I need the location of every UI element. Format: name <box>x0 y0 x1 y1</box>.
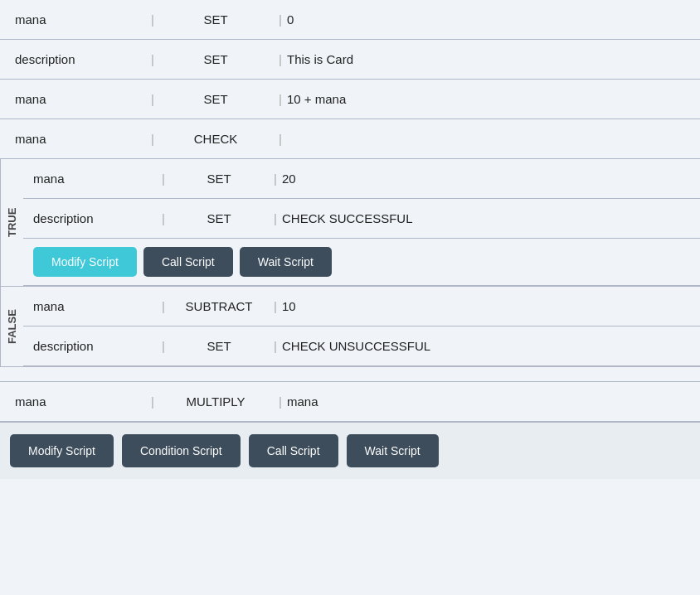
true-content: mana | SET | 20 description | SET | CHEC… <box>23 159 700 286</box>
check-header: mana | CHECK | <box>0 119 700 159</box>
op-multiply: MULTIPLY <box>158 394 274 409</box>
false-op-set: SET <box>169 339 269 353</box>
check-block: mana | CHECK | TRUE mana | SET | 20 desc… <box>0 119 700 367</box>
val-mana-multiply: mana <box>287 394 685 409</box>
call-script-button-bottom[interactable]: Call Script <box>249 434 338 467</box>
false-var-mana: mana <box>33 299 158 313</box>
bottom-buttons-bar: Modify Script Condition Script Call Scri… <box>0 422 700 479</box>
sep-f1b: | <box>269 299 282 313</box>
sep-f1a: | <box>158 299 169 313</box>
sep-2a: | <box>148 52 158 66</box>
sep-f2b: | <box>269 339 282 353</box>
false-val-check-unsuccessful: CHECK UNSUCCESSFUL <box>282 339 690 353</box>
row-mana-set-0: mana | SET | 0 <box>0 0 700 40</box>
sep-t1a: | <box>158 172 169 186</box>
false-branch: FALSE mana | SUBTRACT | 10 description |… <box>0 287 700 366</box>
var-mana-1: mana <box>15 12 148 27</box>
sep-f2a: | <box>158 339 169 353</box>
true-val-check-successful: CHECK SUCCESSFUL <box>282 211 690 225</box>
sep-1b: | <box>274 12 287 27</box>
true-row-description-set: description | SET | CHECK SUCCESSFUL <box>23 199 700 239</box>
main-container: mana | SET | 0 description | SET | This … <box>0 0 700 479</box>
false-val-10: 10 <box>282 299 690 313</box>
true-label: TRUE <box>0 159 23 286</box>
true-val-20: 20 <box>282 172 690 186</box>
sep-m-b: | <box>274 394 287 409</box>
sep-t1b: | <box>269 172 282 186</box>
true-op-set-2: SET <box>169 211 269 225</box>
modify-script-button-bottom[interactable]: Modify Script <box>10 434 114 467</box>
sep-3b: | <box>274 92 287 106</box>
wait-script-button-bottom[interactable]: Wait Script <box>347 434 439 467</box>
sep-t2b: | <box>269 211 282 225</box>
var-mana-2: mana <box>15 92 148 106</box>
false-op-subtract: SUBTRACT <box>169 299 269 313</box>
true-buttons: Modify Script Call Script Wait Script <box>23 239 700 286</box>
var-mana-check: mana <box>15 132 148 146</box>
false-row-mana-subtract: mana | SUBTRACT | 10 <box>23 287 700 327</box>
var-description-1: description <box>15 52 148 66</box>
sep-ch-b: | <box>274 132 287 146</box>
modify-script-button-true[interactable]: Modify Script <box>33 247 137 277</box>
sep-t2a: | <box>158 211 169 225</box>
sep-2b: | <box>274 52 287 66</box>
false-content: mana | SUBTRACT | 10 description | SET |… <box>23 287 700 366</box>
false-label: FALSE <box>0 287 23 366</box>
condition-script-button-bottom[interactable]: Condition Script <box>122 434 241 467</box>
true-var-description: description <box>33 211 158 225</box>
val-10-plus-mana: 10 + mana <box>287 92 685 106</box>
row-description-set: description | SET | This is Card <box>0 40 700 80</box>
op-set-3: SET <box>158 92 274 106</box>
false-row-description-set: description | SET | CHECK UNSUCCESSFUL <box>23 327 700 366</box>
op-check: CHECK <box>158 132 274 146</box>
sep-m-a: | <box>148 394 158 409</box>
sep-3a: | <box>148 92 158 106</box>
false-var-description: description <box>33 339 158 353</box>
op-set-2: SET <box>158 52 274 66</box>
row-mana-multiply: mana | MULTIPLY | mana <box>0 382 700 422</box>
true-var-mana: mana <box>33 172 158 186</box>
var-mana-multiply: mana <box>15 394 148 409</box>
spacer-row <box>0 367 700 382</box>
true-row-mana-set: mana | SET | 20 <box>23 159 700 199</box>
op-set-1: SET <box>158 12 274 27</box>
sep-1a: | <box>148 12 158 27</box>
val-0: 0 <box>287 12 685 27</box>
sep-ch-a: | <box>148 132 158 146</box>
row-mana-set-expr: mana | SET | 10 + mana <box>0 80 700 119</box>
val-this-is-card: This is Card <box>287 52 685 66</box>
true-branch: TRUE mana | SET | 20 description | SET |… <box>0 159 700 287</box>
call-script-button-true[interactable]: Call Script <box>143 247 233 277</box>
true-op-set-1: SET <box>169 172 269 186</box>
wait-script-button-true[interactable]: Wait Script <box>240 247 332 277</box>
